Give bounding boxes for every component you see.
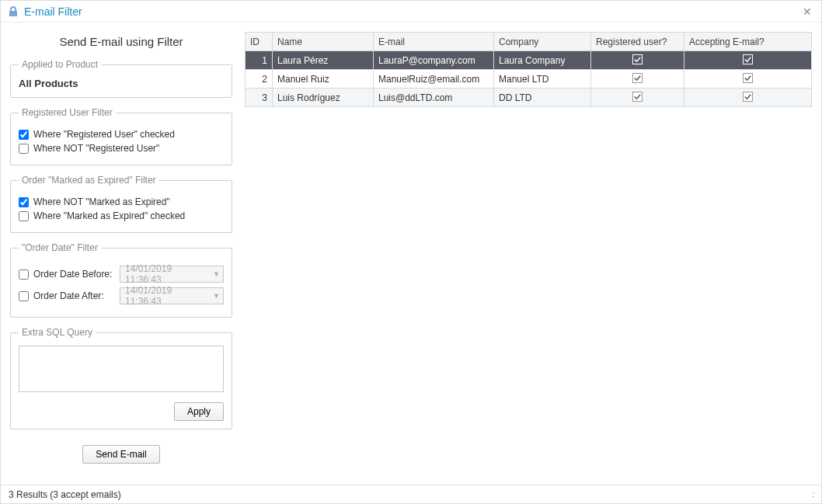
cell-email: Luis@ddLTD.com [374, 89, 494, 107]
titlebar: E-mail Filter ✕ [1, 1, 821, 23]
results-table: ID Name E-mail Company Registered user? … [245, 32, 812, 107]
where-not-expired-checkbox[interactable] [19, 197, 29, 207]
table-header-row: ID Name E-mail Company Registered user? … [246, 33, 812, 51]
checkmark-icon [743, 54, 753, 64]
where-registered-checked-label[interactable]: Where "Registered User" checked [33, 129, 175, 140]
status-bar: 3 Results (3 accept emails) .:: [1, 485, 821, 503]
col-header-company[interactable]: Company [494, 33, 591, 51]
cell-registered [591, 89, 684, 107]
order-date-filter-group: "Order Date" Filter Order Date Before: 1… [10, 242, 232, 318]
close-icon[interactable]: ✕ [799, 5, 815, 18]
checkmark-icon [743, 73, 753, 83]
cell-id: 2 [246, 70, 273, 89]
cell-accepting [684, 51, 812, 70]
cell-accepting [684, 70, 812, 89]
where-not-expired-label[interactable]: Where NOT "Marked as Expired" [33, 196, 170, 207]
expired-filter-legend: Order "Marked as Expired" Filter [19, 175, 159, 186]
table-row[interactable]: 3Luis RodríguezLuis@ddLTD.comDD LTD [246, 89, 812, 107]
filter-panel: Send E-mail using Filter Applied to Prod… [1, 23, 242, 485]
cell-registered [591, 51, 684, 70]
cell-registered [591, 70, 684, 89]
extra-sql-group: Extra SQL Query Apply [10, 327, 232, 429]
order-date-before-field[interactable]: 14/01/2019 11:36:43 ▼ [120, 266, 224, 283]
where-expired-checked-checkbox[interactable] [19, 211, 29, 221]
send-email-button[interactable]: Send E-mail [82, 445, 159, 464]
order-date-before-label[interactable]: Order Date Before: [33, 269, 112, 280]
cell-company: Manuel LTD [494, 70, 591, 89]
cell-name: Manuel Ruiz [273, 70, 374, 89]
apply-button[interactable]: Apply [174, 402, 224, 421]
order-date-after-label[interactable]: Order Date After: [33, 290, 104, 301]
order-date-after-value: 14/01/2019 11:36:43 [125, 285, 209, 307]
table-row[interactable]: 2Manuel RuizManuelRuiz@email.comManuel L… [246, 70, 812, 89]
expired-filter-group: Order "Marked as Expired" Filter Where N… [10, 175, 232, 233]
product-filter-value: All Products [19, 78, 224, 89]
product-filter-group: Applied to Product All Products [10, 59, 232, 98]
col-header-email[interactable]: E-mail [374, 33, 494, 51]
chevron-down-icon: ▼ [213, 270, 220, 278]
order-date-before-value: 14/01/2019 11:36:43 [125, 263, 209, 285]
content-area: Send E-mail using Filter Applied to Prod… [1, 23, 821, 485]
cell-id: 1 [246, 51, 273, 70]
checkmark-icon [632, 92, 643, 102]
col-header-id[interactable]: ID [246, 33, 273, 51]
col-header-name[interactable]: Name [273, 33, 374, 51]
cell-id: 3 [246, 89, 273, 107]
cell-company: DD LTD [494, 89, 591, 107]
where-not-registered-label[interactable]: Where NOT "Registered User" [33, 143, 159, 154]
col-header-registered[interactable]: Registered user? [591, 33, 684, 51]
cell-company: Laura Company [494, 51, 591, 70]
extra-sql-legend: Extra SQL Query [19, 327, 96, 338]
window-title: E-mail Filter [24, 5, 799, 18]
results-panel: ID Name E-mail Company Registered user? … [242, 23, 821, 485]
chevron-down-icon: ▼ [213, 292, 220, 300]
registered-user-filter-group: Registered User Filter Where "Registered… [10, 107, 232, 165]
where-registered-checked-checkbox[interactable] [19, 130, 29, 140]
table-row[interactable]: 1Laura PérezLauraP@company.comLaura Comp… [246, 51, 812, 70]
checkmark-icon [632, 73, 643, 83]
panel-subtitle: Send E-mail using Filter [10, 35, 232, 48]
order-date-before-checkbox[interactable] [19, 269, 29, 280]
checkmark-icon [743, 92, 753, 102]
email-filter-window: E-mail Filter ✕ Send E-mail using Filter… [0, 0, 822, 504]
cell-name: Laura Pérez [273, 51, 374, 70]
extra-sql-textarea[interactable] [19, 346, 224, 392]
cell-email: ManuelRuiz@email.com [374, 70, 494, 89]
resize-grip-icon[interactable]: .:: [812, 490, 813, 499]
order-date-legend: "Order Date" Filter [19, 242, 101, 253]
product-filter-legend: Applied to Product [19, 59, 101, 70]
order-date-after-checkbox[interactable] [19, 291, 29, 301]
checkmark-icon [632, 54, 643, 64]
registered-user-legend: Registered User Filter [19, 107, 116, 118]
lock-icon [7, 5, 19, 18]
cell-name: Luis Rodríguez [273, 89, 374, 107]
where-expired-checked-label[interactable]: Where "Marked as Expired" checked [33, 210, 185, 221]
where-not-registered-checkbox[interactable] [19, 144, 29, 154]
status-text: 3 Results (3 accept emails) [9, 489, 121, 500]
cell-accepting [684, 89, 812, 107]
col-header-accepting[interactable]: Accepting E-mail? [684, 33, 812, 51]
cell-email: LauraP@company.com [374, 51, 494, 70]
order-date-after-field[interactable]: 14/01/2019 11:36:43 ▼ [120, 287, 224, 304]
